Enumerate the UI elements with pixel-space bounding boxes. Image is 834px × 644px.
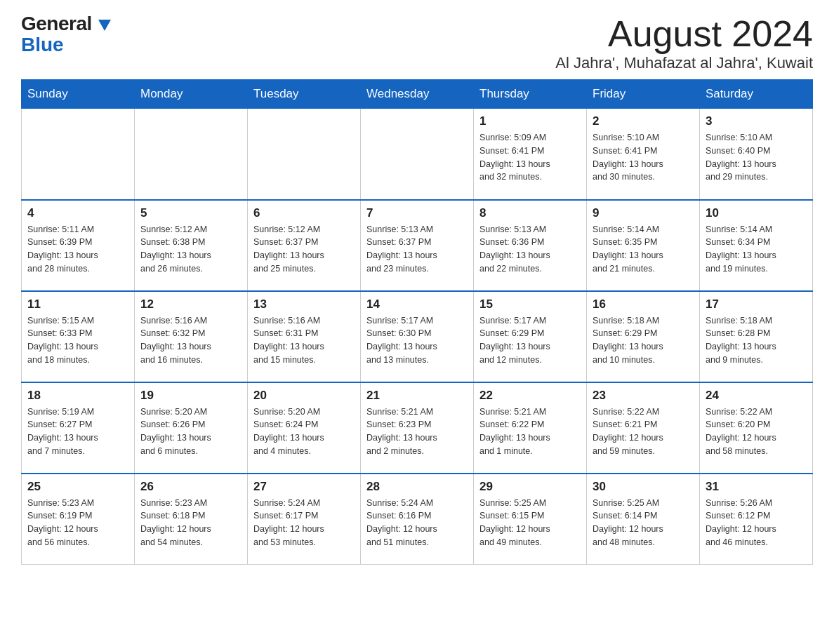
table-row: 24Sunrise: 5:22 AMSunset: 6:20 PMDayligh… xyxy=(700,382,813,474)
day-info: Sunrise: 5:17 AMSunset: 6:30 PMDaylight:… xyxy=(366,314,468,367)
table-row: 27Sunrise: 5:24 AMSunset: 6:17 PMDayligh… xyxy=(248,474,361,565)
day-info: Sunrise: 5:10 AMSunset: 6:41 PMDaylight:… xyxy=(593,131,694,184)
day-info: Sunrise: 5:26 AMSunset: 6:12 PMDaylight:… xyxy=(706,497,807,549)
table-row: 11Sunrise: 5:15 AMSunset: 6:33 PMDayligh… xyxy=(22,291,135,382)
day-info: Sunrise: 5:25 AMSunset: 6:14 PMDaylight:… xyxy=(593,497,694,549)
day-number: 27 xyxy=(253,480,355,494)
day-info: Sunrise: 5:17 AMSunset: 6:29 PMDaylight:… xyxy=(479,314,581,367)
logo-triangle-icon xyxy=(98,20,111,31)
day-info: Sunrise: 5:09 AMSunset: 6:41 PMDaylight:… xyxy=(479,131,581,184)
day-info: Sunrise: 5:18 AMSunset: 6:29 PMDaylight:… xyxy=(593,314,694,367)
calendar-week-row: 4Sunrise: 5:11 AMSunset: 6:39 PMDaylight… xyxy=(22,200,813,291)
day-info: Sunrise: 5:16 AMSunset: 6:31 PMDaylight:… xyxy=(253,314,355,367)
day-number: 31 xyxy=(706,480,807,494)
table-row: 7Sunrise: 5:13 AMSunset: 6:37 PMDaylight… xyxy=(361,200,474,291)
table-row: 17Sunrise: 5:18 AMSunset: 6:28 PMDayligh… xyxy=(700,291,813,382)
svg-marker-0 xyxy=(98,20,111,31)
day-info: Sunrise: 5:11 AMSunset: 6:39 PMDaylight:… xyxy=(27,223,128,276)
table-row xyxy=(22,109,135,200)
day-number: 3 xyxy=(706,114,807,128)
location-subtitle: Al Jahra', Muhafazat al Jahra', Kuwait xyxy=(555,54,813,72)
table-row: 8Sunrise: 5:13 AMSunset: 6:36 PMDaylight… xyxy=(474,200,587,291)
logo: General Blue xyxy=(21,14,111,56)
logo-general-text: General xyxy=(21,14,111,34)
day-number: 25 xyxy=(27,480,128,494)
day-number: 15 xyxy=(479,297,581,311)
table-row: 9Sunrise: 5:14 AMSunset: 6:35 PMDaylight… xyxy=(587,200,700,291)
day-number: 6 xyxy=(253,206,355,220)
table-row xyxy=(248,109,361,200)
header-thursday: Thursday xyxy=(474,80,587,109)
day-info: Sunrise: 5:21 AMSunset: 6:23 PMDaylight:… xyxy=(366,405,468,458)
table-row: 6Sunrise: 5:12 AMSunset: 6:37 PMDaylight… xyxy=(248,200,361,291)
table-row: 26Sunrise: 5:23 AMSunset: 6:18 PMDayligh… xyxy=(135,474,248,565)
day-info: Sunrise: 5:22 AMSunset: 6:20 PMDaylight:… xyxy=(706,405,807,458)
day-number: 14 xyxy=(366,297,468,311)
table-row: 4Sunrise: 5:11 AMSunset: 6:39 PMDaylight… xyxy=(22,200,135,291)
day-info: Sunrise: 5:19 AMSunset: 6:27 PMDaylight:… xyxy=(27,405,128,458)
day-info: Sunrise: 5:24 AMSunset: 6:17 PMDaylight:… xyxy=(253,497,355,549)
day-info: Sunrise: 5:24 AMSunset: 6:16 PMDaylight:… xyxy=(366,497,468,549)
table-row: 5Sunrise: 5:12 AMSunset: 6:38 PMDaylight… xyxy=(135,200,248,291)
day-number: 10 xyxy=(706,206,807,220)
table-row: 1Sunrise: 5:09 AMSunset: 6:41 PMDaylight… xyxy=(474,109,587,200)
day-number: 13 xyxy=(253,297,355,311)
table-row: 15Sunrise: 5:17 AMSunset: 6:29 PMDayligh… xyxy=(474,291,587,382)
header-saturday: Saturday xyxy=(700,80,813,109)
day-info: Sunrise: 5:16 AMSunset: 6:32 PMDaylight:… xyxy=(140,314,241,367)
day-number: 23 xyxy=(593,389,694,403)
day-info: Sunrise: 5:10 AMSunset: 6:40 PMDaylight:… xyxy=(706,131,807,184)
day-info: Sunrise: 5:23 AMSunset: 6:19 PMDaylight:… xyxy=(27,497,128,549)
table-row: 14Sunrise: 5:17 AMSunset: 6:30 PMDayligh… xyxy=(361,291,474,382)
table-row: 3Sunrise: 5:10 AMSunset: 6:40 PMDaylight… xyxy=(700,109,813,200)
table-row: 31Sunrise: 5:26 AMSunset: 6:12 PMDayligh… xyxy=(700,474,813,565)
day-number: 24 xyxy=(706,389,807,403)
header-wednesday: Wednesday xyxy=(361,80,474,109)
table-row: 30Sunrise: 5:25 AMSunset: 6:14 PMDayligh… xyxy=(587,474,700,565)
day-info: Sunrise: 5:12 AMSunset: 6:38 PMDaylight:… xyxy=(140,223,241,276)
day-number: 28 xyxy=(366,480,468,494)
day-info: Sunrise: 5:20 AMSunset: 6:24 PMDaylight:… xyxy=(253,405,355,458)
table-row: 13Sunrise: 5:16 AMSunset: 6:31 PMDayligh… xyxy=(248,291,361,382)
calendar-table: Sunday Monday Tuesday Wednesday Thursday… xyxy=(21,79,813,565)
day-info: Sunrise: 5:23 AMSunset: 6:18 PMDaylight:… xyxy=(140,497,241,549)
day-info: Sunrise: 5:18 AMSunset: 6:28 PMDaylight:… xyxy=(706,314,807,367)
table-row: 21Sunrise: 5:21 AMSunset: 6:23 PMDayligh… xyxy=(361,382,474,474)
table-row: 2Sunrise: 5:10 AMSunset: 6:41 PMDaylight… xyxy=(587,109,700,200)
logo-blue-text: Blue xyxy=(21,34,64,55)
table-row xyxy=(135,109,248,200)
calendar-week-row: 25Sunrise: 5:23 AMSunset: 6:19 PMDayligh… xyxy=(22,474,813,565)
day-info: Sunrise: 5:22 AMSunset: 6:21 PMDaylight:… xyxy=(593,405,694,458)
calendar-header-row: Sunday Monday Tuesday Wednesday Thursday… xyxy=(22,80,813,109)
calendar-week-row: 18Sunrise: 5:19 AMSunset: 6:27 PMDayligh… xyxy=(22,382,813,474)
header-sunday: Sunday xyxy=(22,80,135,109)
day-number: 20 xyxy=(253,389,355,403)
table-row: 19Sunrise: 5:20 AMSunset: 6:26 PMDayligh… xyxy=(135,382,248,474)
table-row: 28Sunrise: 5:24 AMSunset: 6:16 PMDayligh… xyxy=(361,474,474,565)
day-number: 12 xyxy=(140,297,241,311)
table-row: 18Sunrise: 5:19 AMSunset: 6:27 PMDayligh… xyxy=(22,382,135,474)
table-row: 23Sunrise: 5:22 AMSunset: 6:21 PMDayligh… xyxy=(587,382,700,474)
calendar-week-row: 11Sunrise: 5:15 AMSunset: 6:33 PMDayligh… xyxy=(22,291,813,382)
day-info: Sunrise: 5:20 AMSunset: 6:26 PMDaylight:… xyxy=(140,405,241,458)
day-number: 19 xyxy=(140,389,241,403)
title-section: August 2024 Al Jahra', Muhafazat al Jahr… xyxy=(555,14,813,72)
day-number: 26 xyxy=(140,480,241,494)
day-number: 21 xyxy=(366,389,468,403)
day-number: 17 xyxy=(706,297,807,311)
day-info: Sunrise: 5:25 AMSunset: 6:15 PMDaylight:… xyxy=(479,497,581,549)
table-row: 12Sunrise: 5:16 AMSunset: 6:32 PMDayligh… xyxy=(135,291,248,382)
calendar-week-row: 1Sunrise: 5:09 AMSunset: 6:41 PMDaylight… xyxy=(22,109,813,200)
day-number: 18 xyxy=(27,389,128,403)
header-tuesday: Tuesday xyxy=(248,80,361,109)
day-number: 30 xyxy=(593,480,694,494)
day-number: 4 xyxy=(27,206,128,220)
day-number: 7 xyxy=(366,206,468,220)
day-number: 22 xyxy=(479,389,581,403)
table-row: 29Sunrise: 5:25 AMSunset: 6:15 PMDayligh… xyxy=(474,474,587,565)
day-number: 11 xyxy=(27,297,128,311)
table-row: 25Sunrise: 5:23 AMSunset: 6:19 PMDayligh… xyxy=(22,474,135,565)
day-info: Sunrise: 5:14 AMSunset: 6:34 PMDaylight:… xyxy=(706,223,807,276)
day-info: Sunrise: 5:14 AMSunset: 6:35 PMDaylight:… xyxy=(593,223,694,276)
day-info: Sunrise: 5:13 AMSunset: 6:36 PMDaylight:… xyxy=(479,223,581,276)
